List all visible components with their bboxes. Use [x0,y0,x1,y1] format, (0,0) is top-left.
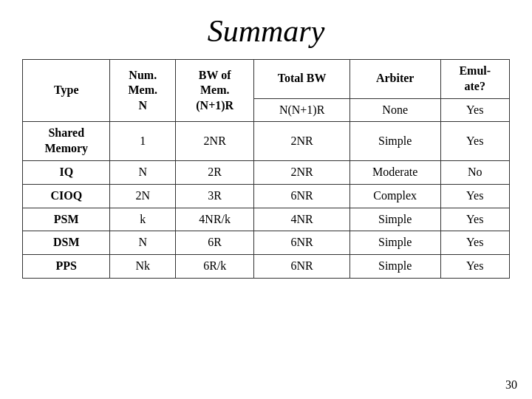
table-row-shared-memory: SharedMemory 1 2NR 2NR Simple Yes [23,122,510,161]
oq-arbiter: None [349,98,440,122]
table-row-pps: PPS Nk 6R/k 6NR Simple Yes [23,255,510,279]
cioq-arbiter: Complex [349,184,440,208]
psm-total-bw: 4NR [254,208,349,231]
page-title: Summary [0,0,532,59]
pps-total-bw: 6NR [254,255,349,279]
page-number: 30 [505,378,517,392]
row-label-psm: PSM [23,208,110,231]
dsm-total-bw: 6NR [254,231,349,255]
dsm-bw-mem: 6R [176,231,254,255]
shared-memory-emulate: Yes [440,122,510,161]
col-header-total-bw: Total BW [254,60,349,99]
col-header-type: Type [23,60,110,122]
col-header-num-mem: Num.Mem.N [110,60,176,122]
col-header-bw-mem: BW ofMem.(N+1)R [176,60,254,122]
pps-num-mem: Nk [110,255,176,279]
shared-memory-arbiter: Simple [349,122,440,161]
table-row-iq: IQ N 2R 2NR Moderate No [23,160,510,184]
table-row-dsm: DSM N 6R 6NR Simple Yes [23,231,510,255]
cioq-total-bw: 6NR [254,184,349,208]
dsm-num-mem: N [110,231,176,255]
shared-memory-num-mem: 1 [110,122,176,161]
oq-total-bw: N(N+1)R [254,98,349,122]
dsm-emulate: Yes [440,231,510,255]
shared-memory-bw-mem: 2NR [176,122,254,161]
psm-bw-mem: 4NR/k [176,208,254,231]
summary-table: Type Num.Mem.N BW ofMem.(N+1)R Total BW … [22,59,510,279]
oq-emulate: Yes [440,98,510,122]
row-label-shared-memory: SharedMemory [23,122,110,161]
row-label-pps: PPS [23,255,110,279]
table-header-row1: Type Num.Mem.N BW ofMem.(N+1)R Total BW … [23,60,510,99]
iq-num-mem: N [110,160,176,184]
row-label-dsm: DSM [23,231,110,255]
psm-emulate: Yes [440,208,510,231]
row-label-cioq: CIOQ [23,184,110,208]
table-container: Type Num.Mem.N BW ofMem.(N+1)R Total BW … [0,59,532,279]
iq-total-bw: 2NR [254,160,349,184]
row-label-iq: IQ [23,160,110,184]
psm-num-mem: k [110,208,176,231]
psm-arbiter: Simple [349,208,440,231]
cioq-emulate: Yes [440,184,510,208]
table-row-psm: PSM k 4NR/k 4NR Simple Yes [23,208,510,231]
iq-bw-mem: 2R [176,160,254,184]
col-header-arbiter: Arbiter [349,60,440,99]
cioq-bw-mem: 3R [176,184,254,208]
pps-emulate: Yes [440,255,510,279]
col-header-emulate: Emul-ate? [440,60,510,99]
iq-emulate: No [440,160,510,184]
iq-arbiter: Moderate [349,160,440,184]
cioq-num-mem: 2N [110,184,176,208]
pps-bw-mem: 6R/k [176,255,254,279]
shared-memory-total-bw: 2NR [254,122,349,161]
dsm-arbiter: Simple [349,231,440,255]
table-row-cioq: CIOQ 2N 3R 6NR Complex Yes [23,184,510,208]
pps-arbiter: Simple [349,255,440,279]
